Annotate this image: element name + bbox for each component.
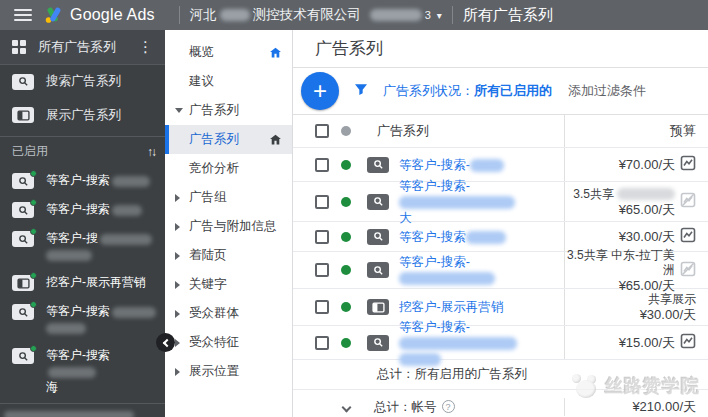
sidebar-campaign-item[interactable]: 等客户-搜索 xyxy=(0,166,165,195)
nav-group-campaigns[interactable]: 广告系列 xyxy=(165,96,292,125)
filter-icon[interactable] xyxy=(353,81,369,101)
redacted-text xyxy=(100,234,152,245)
search-campaign-icon xyxy=(367,194,389,210)
chart-icon[interactable] xyxy=(680,155,696,174)
account-name-prefix: 河北 xyxy=(190,6,217,24)
display-campaign-icon xyxy=(367,299,389,315)
redacted-text xyxy=(112,205,142,216)
total-budget-value: ¥210.00/天 xyxy=(632,398,696,416)
campaign-link[interactable]: 挖客户-展示再营销 xyxy=(399,299,503,315)
table-row[interactable]: 等客户-搜索- 3.5共享 中东-拉丁美洲 ¥65.00/天 xyxy=(293,252,708,289)
chart-icon[interactable] xyxy=(680,227,696,246)
nav-item-audiences[interactable]: 受众群体 xyxy=(165,299,292,328)
campaign-link[interactable]: 等客户-搜索-大 xyxy=(399,178,564,226)
campaign-link[interactable]: 等客户-搜索- xyxy=(399,157,504,173)
filter-toolbar: + 广告系列状况：所有已启用的 添加过滤条件 xyxy=(293,68,708,115)
sidebar-item-display-campaigns[interactable]: 展示广告系列 xyxy=(0,99,165,133)
budget-value: ¥30.00/天 xyxy=(640,307,696,322)
help-icon[interactable]: ? xyxy=(442,400,455,413)
search-campaign-icon xyxy=(367,157,389,173)
nav-label: 展示位置 xyxy=(189,363,282,380)
table-row[interactable]: 等客户-搜索-大 3.5共享 ¥65.00/天 xyxy=(293,182,708,222)
menu-icon[interactable] xyxy=(14,9,32,21)
chevron-down-icon xyxy=(175,108,183,113)
topbar-context-title: 所有广告系列 xyxy=(463,6,553,25)
nav-label: 概览 xyxy=(189,44,269,61)
sidebar-item-all-campaigns[interactable]: 所有广告系列 ⋮ xyxy=(0,30,165,65)
row-checkbox[interactable] xyxy=(315,230,329,244)
expand-chevron-icon[interactable] xyxy=(342,402,352,412)
total-account-row: 总计：帐号? ¥210.00/天 xyxy=(293,390,708,417)
sort-icon[interactable]: ↑↓ xyxy=(147,145,155,159)
campaign-status-filter[interactable]: 广告系列状况：所有已启用的 xyxy=(383,82,552,100)
table-header-row: 广告系列 预算 xyxy=(293,115,708,148)
redacted-text xyxy=(112,176,150,187)
sidebar-campaign-item[interactable]: 等客户-搜 xyxy=(0,224,165,268)
sidebar-campaign-item[interactable]: 等客户-搜索 海 xyxy=(0,341,165,401)
shared-budget-note: 3.5共享 中东-拉丁美洲 xyxy=(565,248,675,278)
campaign-link[interactable]: 等客户-搜索- xyxy=(399,319,564,367)
chevron-right-icon xyxy=(175,223,180,231)
sidebar-campaign-item[interactable]: 等客户-搜索 xyxy=(0,297,165,341)
nav-label: 受众群体 xyxy=(189,305,282,322)
redacted-text xyxy=(48,367,96,378)
google-ads-logo-icon xyxy=(44,5,64,25)
campaign-link[interactable]: 等客户-搜索- xyxy=(399,254,564,286)
table-row[interactable]: 等客户-搜索- ¥15.00/天 xyxy=(293,326,708,360)
account-id-tail: 3 xyxy=(425,9,431,21)
enabled-status-dot xyxy=(341,265,351,275)
nav-item-keywords[interactable]: 关键字 xyxy=(165,270,292,299)
nav-item-ad-groups[interactable]: 广告组 xyxy=(165,183,292,212)
search-icon xyxy=(12,173,34,189)
add-filter-button[interactable]: 添加过滤条件 xyxy=(568,82,646,100)
nav-label: 着陆页 xyxy=(189,247,282,264)
select-all-checkbox[interactable] xyxy=(315,124,329,138)
row-checkbox[interactable] xyxy=(315,263,329,277)
add-campaign-button[interactable]: + xyxy=(301,72,339,110)
row-checkbox[interactable] xyxy=(315,195,329,209)
topbar-divider xyxy=(452,6,453,24)
row-checkbox[interactable] xyxy=(315,336,329,350)
redacted-account-id xyxy=(370,9,422,21)
nav-item-auction-insights[interactable]: 竞价分析 xyxy=(165,154,292,183)
sidebar-item-search-campaigns[interactable]: 搜索广告系列 xyxy=(0,65,165,99)
display-icon xyxy=(12,107,34,123)
clipped-sidebar-item xyxy=(0,403,165,417)
more-vertical-icon[interactable]: ⋮ xyxy=(134,38,157,56)
chevron-right-icon xyxy=(175,281,180,289)
search-campaigns-label: 搜索广告系列 xyxy=(46,73,121,90)
nav-item-placements[interactable]: 展示位置 xyxy=(165,357,292,386)
campaign-name: 等客户-搜索 xyxy=(46,348,110,362)
sidebar-campaign-item[interactable]: 等客户-搜索 xyxy=(0,195,165,224)
caret-down-icon: ▾ xyxy=(437,10,442,21)
nav-item-overview[interactable]: 概览 xyxy=(165,38,292,67)
budget-value: ¥70.00/天 xyxy=(619,156,675,174)
sidebar-campaign-item[interactable]: 挖客户-展示再营销 xyxy=(0,268,165,297)
redacted-text xyxy=(46,250,92,261)
campaign-name: 等客户-搜索- xyxy=(399,255,470,269)
chart-icon[interactable] xyxy=(680,333,696,352)
campaign-name: 挖客户-展示再营销 xyxy=(46,275,146,289)
redacted-text xyxy=(46,323,86,334)
row-checkbox[interactable] xyxy=(315,158,329,172)
redacted-text xyxy=(399,337,517,350)
nav-item-ads-extensions[interactable]: 广告与附加信息 xyxy=(165,212,292,241)
chevron-left-icon xyxy=(162,338,170,346)
row-checkbox[interactable] xyxy=(315,300,329,314)
column-header-campaign[interactable]: 广告系列 xyxy=(377,122,429,140)
account-selector[interactable]: 河北 测控技术有限公司 3 ▾ xyxy=(190,6,442,24)
collapse-sidebar-button[interactable] xyxy=(156,333,175,352)
filter-value: 所有已启用的 xyxy=(474,83,552,98)
enabled-status-dot xyxy=(30,228,37,235)
enabled-status-dot xyxy=(30,301,37,308)
campaign-link[interactable]: 等客户-搜索 xyxy=(399,229,506,245)
nav-item-campaigns-selected[interactable]: 广告系列 xyxy=(165,125,292,154)
enabled-status-dot xyxy=(30,272,37,279)
column-header-budget[interactable]: 预算 xyxy=(670,122,696,140)
nav-label: 建议 xyxy=(189,73,282,90)
nav-item-recommendations[interactable]: 建议 xyxy=(165,67,292,96)
budget-value: ¥30.00/天 xyxy=(619,228,675,246)
main-content: 广告系列 + 广告系列状况：所有已启用的 添加过滤条件 广告系列 预算 xyxy=(293,30,708,417)
nav-item-demographics[interactable]: 受众特征 xyxy=(165,328,292,357)
nav-item-landing-pages[interactable]: 着陆页 xyxy=(165,241,292,270)
